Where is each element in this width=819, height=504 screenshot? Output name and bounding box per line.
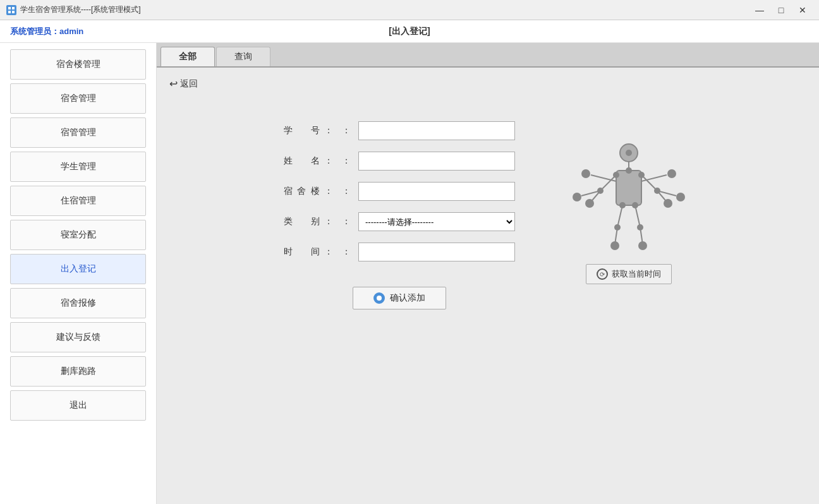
colon-5: ： [342,246,351,258]
form-section: 学 号 ： 姓 名 ： [284,121,515,309]
form-wrapper: 学 号 ： 姓 名 ： [169,109,806,494]
svg-point-36 [676,193,685,201]
tab-all[interactable]: 全部 [161,47,215,66]
student-id-input[interactable] [358,121,515,140]
window-controls: — □ ✕ [749,3,813,18]
time-input[interactable] [358,243,515,261]
sidebar-item-dormitory-building[interactable]: 宿舍楼管理 [10,49,146,80]
svg-rect-1 [12,7,15,9]
back-arrow-icon: ↩ [169,78,178,90]
time-icon: ⟳ [597,268,608,280]
building-row: 宿舍楼 ： [284,182,515,201]
sidebar-item-feedback[interactable]: 建议与反馈 [10,322,146,352]
sidebar-item-room-assign[interactable]: 寝室分配 [10,220,146,250]
category-label: 类 别 [284,216,334,227]
building-label: 宿舍楼 [284,186,334,197]
tabs-bar: 全部 查询 [157,43,819,68]
svg-rect-2 [8,11,11,13]
minimize-button[interactable]: — [749,3,770,18]
colon-4: ： [342,216,351,227]
tab-query[interactable]: 查询 [216,47,270,66]
window-title: 学生宿舍管理系统----[系统管理模式] [20,4,749,15]
student-id-row: 学 号 ： [284,121,515,140]
svg-point-15 [626,150,632,156]
app-content: 系统管理员：admin [出入登记] 宿舍楼管理 宿舍管理 宿管管理 学生管理 … [0,20,819,504]
svg-line-13 [635,205,640,227]
svg-rect-6 [616,171,641,205]
sidebar-item-student[interactable]: 学生管理 [10,152,146,182]
svg-point-17 [613,172,619,178]
form-fields: 学 号 ： 姓 名 ： [284,121,515,261]
building-input[interactable] [358,182,515,201]
figure-section: ⟳ 获取当前时间 [566,121,692,284]
name-row: 姓 名 ： [284,152,515,171]
title-bar: 学生宿舍管理系统----[系统管理模式] — □ ✕ [0,0,819,20]
svg-point-18 [638,172,645,178]
sidebar-item-dormitory[interactable]: 宿舍管理 [10,83,146,114]
svg-point-25 [614,224,621,231]
sidebar-item-delete-db[interactable]: 删库跑路 [10,356,146,387]
maximize-button[interactable]: □ [771,3,791,18]
student-id-label: 学 号 [284,125,334,136]
sidebar-item-manager[interactable]: 宿管管理 [10,117,146,148]
sidebar-item-checkin[interactable]: 出入登记 [10,254,146,284]
main-layout: 宿舍楼管理 宿舍管理 宿管管理 学生管理 住宿管理 寝室分配 出入登记 宿舍报修 [0,43,819,504]
colon-1: ： [342,125,351,136]
svg-point-32 [667,169,676,178]
time-row: 时 间 ： [284,243,515,261]
content-area: 全部 查询 ↩ 返回 [157,43,819,504]
confirm-area: 确认添加 [284,287,515,309]
sidebar-item-repair[interactable]: 宿舍报修 [10,288,146,318]
content-panel: ↩ 返回 学 号 ： [157,68,819,504]
svg-point-28 [638,241,647,250]
svg-point-21 [585,199,594,208]
confirm-icon [373,292,385,304]
top-header: 系统管理员：admin [出入登记] [0,20,819,43]
colon-2: ： [342,155,351,167]
sidebar: 宿舍楼管理 宿舍管理 宿管管理 学生管理 住宿管理 寝室分配 出入登记 宿舍报修 [0,43,157,504]
back-button[interactable]: ↩ 返回 [169,78,198,90]
name-input[interactable] [358,152,515,171]
name-label: 姓 名 [284,155,334,167]
admin-label: 系统管理员：admin [10,26,83,37]
category-row: 类 别 ： --------请选择-------- [284,212,515,231]
svg-point-27 [610,241,619,250]
page-title: [出入登记] [389,26,430,37]
colon-3: ： [342,186,351,197]
svg-rect-3 [12,11,15,13]
svg-point-22 [664,199,672,208]
get-time-button[interactable]: ⟳ 获取当前时间 [586,264,672,284]
human-figure [566,128,692,254]
close-button[interactable]: ✕ [792,3,813,18]
sidebar-item-logout[interactable]: 退出 [10,390,146,421]
svg-point-34 [573,193,581,201]
svg-point-31 [581,169,590,178]
svg-line-11 [617,205,622,227]
time-label: 时 间 [284,246,334,258]
confirm-add-button[interactable]: 确认添加 [353,287,446,309]
svg-rect-0 [8,7,11,9]
category-select[interactable]: --------请选择-------- [358,212,515,231]
svg-point-24 [632,202,638,208]
svg-point-26 [637,224,643,231]
sidebar-item-accommodation[interactable]: 住宿管理 [10,186,146,216]
svg-point-16 [626,167,632,174]
svg-point-23 [619,202,626,208]
app-icon [6,5,16,15]
